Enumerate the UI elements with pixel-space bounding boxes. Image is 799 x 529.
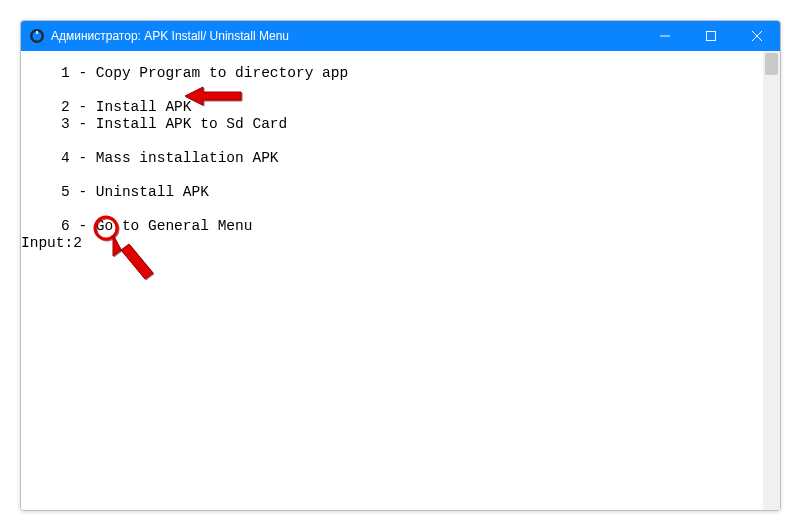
menu-item-3: 3 - Install APK to Sd Card <box>21 116 763 133</box>
scrollbar-thumb[interactable] <box>765 53 778 75</box>
menu-item-4: 4 - Mass installation APK <box>21 150 763 167</box>
titlebar: Администратор: APK Install/ Uninstall Me… <box>21 21 780 51</box>
close-button[interactable] <box>734 21 780 51</box>
svg-rect-4 <box>707 32 716 41</box>
menu-item-2: 2 - Install APK <box>21 99 763 116</box>
vertical-scrollbar[interactable] <box>763 51 780 510</box>
svg-rect-2 <box>36 31 38 34</box>
input-prompt-label: Input: <box>21 235 73 251</box>
minimize-button[interactable] <box>642 21 688 51</box>
menu-item-1: 1 - Copy Program to directory app <box>21 65 763 82</box>
console-output: 1 - Copy Program to directory app 2 - In… <box>21 51 763 510</box>
menu-item-5: 5 - Uninstall APK <box>21 184 763 201</box>
window-controls <box>642 21 780 51</box>
maximize-button[interactable] <box>688 21 734 51</box>
console-area: 1 - Copy Program to directory app 2 - In… <box>21 51 780 510</box>
app-window: Администратор: APK Install/ Uninstall Me… <box>20 20 781 511</box>
input-prompt-value[interactable]: 2 <box>73 235 82 251</box>
app-icon <box>29 28 45 44</box>
menu-item-6: 6 - Go to General Menu <box>21 218 763 235</box>
window-title: Администратор: APK Install/ Uninstall Me… <box>51 29 289 43</box>
